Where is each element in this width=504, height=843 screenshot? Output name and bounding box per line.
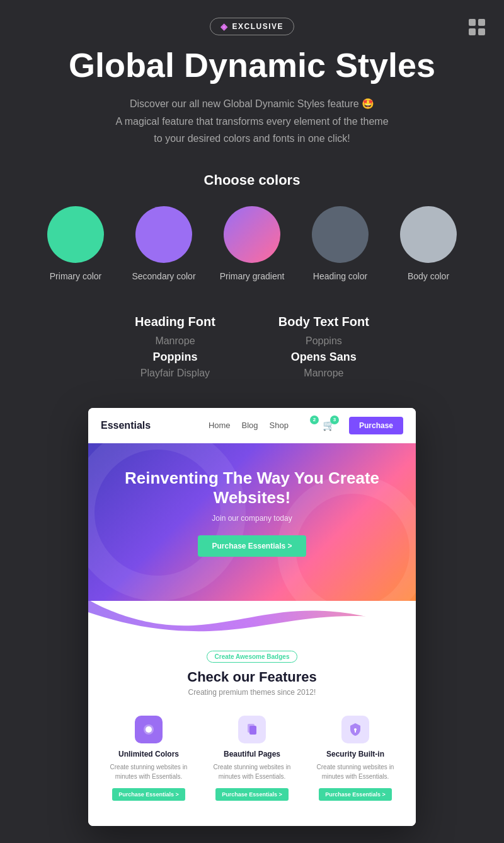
feature-pages-btn[interactable]: Purchase Essentials > bbox=[215, 788, 288, 801]
preview-nav-blog[interactable]: Blog bbox=[242, 421, 258, 430]
preview-nav-logo: Essentials bbox=[101, 420, 151, 431]
preview-nav-shop[interactable]: Shop bbox=[270, 421, 289, 430]
gradient-color-circle[interactable] bbox=[224, 206, 280, 263]
body-font-poppins[interactable]: Poppins bbox=[278, 335, 369, 347]
color-item-body[interactable]: Body color bbox=[394, 206, 463, 283]
heading-font-title: Heading Font bbox=[135, 315, 215, 329]
hero-subtitle-line1: Discover our all new Global Dynamic Styl… bbox=[130, 98, 374, 109]
feature-card-security: Security Built-in Create stunning websit… bbox=[307, 709, 403, 807]
body-font-column: Body Text Font Poppins Opens Sans Manrop… bbox=[278, 315, 369, 383]
diamond-icon: ◈ bbox=[220, 21, 229, 32]
top-bar: ◈ EXCLUSIVE bbox=[0, 0, 504, 35]
feature-card-pages: Beautiful Pages Create stunning websites… bbox=[204, 709, 300, 807]
svg-rect-9 bbox=[355, 730, 356, 733]
wave-divider bbox=[88, 600, 416, 637]
feature-card-colors: Unlimited Colors Create stunning website… bbox=[101, 709, 197, 807]
feature-security-title: Security Built-in bbox=[312, 750, 398, 759]
themeforest-logo bbox=[467, 18, 486, 39]
preview-hero-cta-button[interactable]: Purchase Essentials > bbox=[198, 535, 306, 557]
exclusive-badge: ◈ EXCLUSIVE bbox=[210, 18, 294, 35]
gradient-color-label: Primary gradient bbox=[220, 270, 285, 283]
feature-security-btn[interactable]: Purchase Essentials > bbox=[319, 788, 391, 801]
hero-section: Global Dynamic Styles Discover our all n… bbox=[0, 35, 504, 153]
color-item-primary[interactable]: Primary color bbox=[41, 206, 110, 283]
heading-font-manrope[interactable]: Manrope bbox=[135, 335, 215, 347]
svg-rect-2 bbox=[469, 28, 476, 35]
svg-rect-1 bbox=[478, 19, 485, 26]
wishlist-icon-wrap[interactable]: ♡ 2 bbox=[301, 418, 316, 433]
body-font-manrope[interactable]: Manrope bbox=[278, 368, 369, 379]
features-title: Check our Features bbox=[101, 669, 403, 685]
feature-security-text: Create stunning websites in minutes with… bbox=[312, 762, 398, 781]
feature-cards: Unlimited Colors Create stunning website… bbox=[101, 709, 403, 807]
preview-nav-icons: ♡ 2 🛒 3 bbox=[301, 418, 336, 433]
body-color-label: Body color bbox=[408, 270, 449, 283]
preview-purchase-button[interactable]: Purchase bbox=[349, 417, 403, 434]
features-badge: Create Awesome Badges bbox=[207, 651, 298, 663]
body-color-circle[interactable] bbox=[400, 206, 457, 263]
heading-color-circle[interactable] bbox=[312, 206, 369, 263]
exclusive-label: EXCLUSIVE bbox=[232, 22, 284, 31]
preview-nav-links: Home Blog Shop bbox=[209, 421, 289, 430]
preview-nav-home[interactable]: Home bbox=[209, 421, 231, 430]
preview-navbar: Essentials Home Blog Shop ♡ 2 🛒 3 bbox=[88, 408, 416, 443]
primary-color-label: Primary color bbox=[50, 270, 101, 283]
heading-color-label: Heading color bbox=[313, 270, 367, 283]
heading-font-playfair[interactable]: Playfair Display bbox=[135, 368, 215, 379]
preview-hero-title: Reinventing The Way You Create Websites! bbox=[107, 468, 397, 508]
colors-section-title: Choose colors bbox=[38, 172, 466, 189]
svg-point-5 bbox=[146, 726, 152, 733]
hero-title: Global Dynamic Styles bbox=[38, 47, 466, 84]
svg-rect-3 bbox=[478, 28, 485, 35]
color-circles: Primary color Secondary color Primary gr… bbox=[38, 206, 466, 283]
preview-hero: Reinventing The Way You Create Websites!… bbox=[88, 443, 416, 601]
hero-subtitle-line2: A magical feature that transforms every … bbox=[115, 116, 388, 127]
fonts-section: Heading Font Manrope Poppins Playfair Di… bbox=[0, 296, 504, 395]
feature-colors-text: Create stunning websites in minutes with… bbox=[106, 762, 192, 781]
secondary-color-label: Secondary color bbox=[132, 270, 195, 283]
hero-subtitle-line3: to your desired colors and fonts in one … bbox=[154, 133, 350, 144]
preview-features: Create Awesome Badges Check our Features… bbox=[88, 637, 416, 826]
primary-color-circle[interactable] bbox=[47, 206, 104, 263]
feature-pages-text: Create stunning websites in minutes with… bbox=[209, 762, 295, 781]
hero-subtitle: Discover our all new Global Dynamic Styl… bbox=[38, 95, 466, 147]
body-font-opensans[interactable]: Opens Sans bbox=[278, 351, 369, 364]
secondary-color-circle[interactable] bbox=[135, 206, 192, 263]
preview-hero-subtitle: Join our company today bbox=[107, 514, 397, 523]
security-icon bbox=[341, 716, 369, 743]
svg-rect-0 bbox=[469, 19, 476, 26]
feature-colors-title: Unlimited Colors bbox=[106, 750, 192, 759]
cart-icon-wrap[interactable]: 🛒 3 bbox=[321, 418, 336, 433]
heading-font-poppins[interactable]: Poppins bbox=[135, 351, 215, 364]
pages-icon bbox=[238, 716, 266, 743]
preview-card: Essentials Home Blog Shop ♡ 2 🛒 3 bbox=[88, 408, 416, 826]
color-item-heading[interactable]: Heading color bbox=[306, 206, 375, 283]
preview-section: Essentials Home Blog Shop ♡ 2 🛒 3 bbox=[0, 395, 504, 843]
wishlist-badge: 2 bbox=[310, 416, 319, 424]
body-font-title: Body Text Font bbox=[278, 315, 369, 329]
svg-rect-7 bbox=[249, 726, 256, 735]
feature-colors-btn[interactable]: Purchase Essentials > bbox=[112, 788, 185, 801]
colors-section: Choose colors Primary color Secondary co… bbox=[0, 153, 504, 296]
cart-badge: 3 bbox=[330, 416, 339, 424]
color-item-secondary[interactable]: Secondary color bbox=[129, 206, 198, 283]
colors-icon bbox=[135, 716, 163, 743]
heading-font-column: Heading Font Manrope Poppins Playfair Di… bbox=[135, 315, 215, 383]
features-subtitle: Creating premium themes since 2012! bbox=[101, 688, 403, 697]
feature-pages-title: Beautiful Pages bbox=[209, 750, 295, 759]
page-wrapper: ◈ EXCLUSIVE Global Dynamic Styles Discov… bbox=[0, 0, 504, 843]
color-item-gradient[interactable]: Primary gradient bbox=[217, 206, 287, 283]
